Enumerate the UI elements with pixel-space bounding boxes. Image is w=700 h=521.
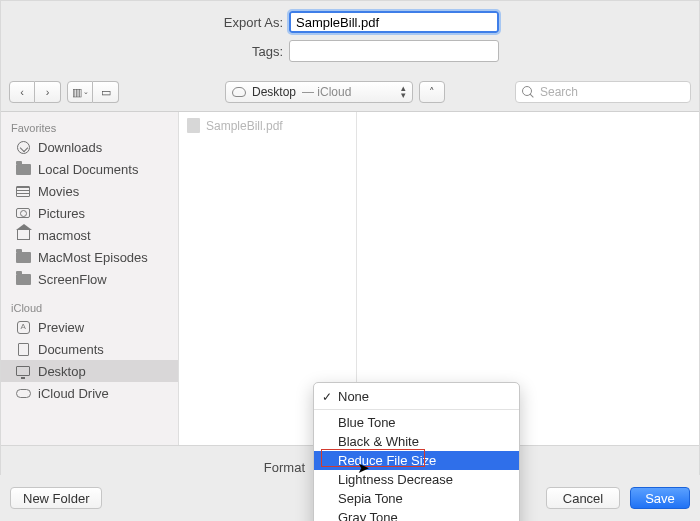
folder-icon [16, 252, 31, 263]
menu-separator [314, 409, 519, 410]
downloads-icon [17, 141, 30, 154]
export-as-input[interactable] [289, 11, 499, 33]
movies-icon [16, 186, 30, 197]
chevron-updown-icon: ▴▾ [401, 85, 406, 99]
pdf-file-icon [187, 118, 200, 133]
sidebar-item-local-documents[interactable]: Local Documents [1, 158, 178, 180]
sidebar-item-desktop[interactable]: Desktop [1, 360, 178, 382]
menu-item-sepia-tone[interactable]: Sepia Tone [314, 489, 519, 508]
menu-item-none[interactable]: None [314, 387, 519, 406]
forward-button[interactable]: › [35, 81, 61, 103]
menu-item-reduce-file-size[interactable]: Reduce File Size [314, 451, 519, 470]
icloud-header: iCloud [1, 298, 178, 316]
cloud-drive-icon [16, 389, 31, 398]
sidebar-item-icloud-drive[interactable]: iCloud Drive [1, 382, 178, 404]
folder-icon [16, 274, 31, 285]
search-icon [522, 86, 534, 98]
desktop-icon [16, 366, 30, 376]
sidebar-item-documents[interactable]: Documents [1, 338, 178, 360]
pictures-icon [16, 208, 30, 218]
sidebar-item-screenflow[interactable]: ScreenFlow [1, 268, 178, 290]
back-button[interactable]: ‹ [9, 81, 35, 103]
sidebar-item-movies[interactable]: Movies [1, 180, 178, 202]
favorites-header: Favorites [1, 118, 178, 136]
format-label: Format [13, 460, 311, 475]
search-field[interactable]: Search [515, 81, 691, 103]
sidebar: Favorites Downloads Local Documents Movi… [1, 112, 179, 445]
quartz-filter-menu[interactable]: None Blue Tone Black & White Reduce File… [313, 382, 520, 521]
sidebar-item-macmost[interactable]: macmost [1, 224, 178, 246]
cancel-button[interactable]: Cancel [546, 487, 620, 509]
tags-label: Tags: [13, 44, 289, 59]
menu-item-black-white[interactable]: Black & White [314, 432, 519, 451]
file-name: SampleBill.pdf [206, 119, 283, 133]
view-switcher: ▥ ⌄ ▭ [67, 81, 119, 103]
home-icon [17, 230, 30, 240]
collapse-button[interactable]: ˄ [419, 81, 445, 103]
nav-back-forward: ‹ › [9, 81, 61, 103]
location-popup[interactable]: Desktop — iCloud ▴▾ [225, 81, 413, 103]
view-columns-button[interactable]: ▥ ⌄ [67, 81, 93, 103]
group-button[interactable]: ▭ [93, 81, 119, 103]
sidebar-item-pictures[interactable]: Pictures [1, 202, 178, 224]
export-as-label: Export As: [13, 15, 289, 30]
toolbar: ‹ › ▥ ⌄ ▭ Desktop — iCloud ▴▾ ˄ Search [1, 77, 699, 112]
menu-item-lightness-decrease[interactable]: Lightness Decrease [314, 470, 519, 489]
location-name: Desktop [252, 85, 296, 99]
preview-app-icon [17, 321, 30, 334]
sidebar-item-preview[interactable]: Preview [1, 316, 178, 338]
search-placeholder: Search [540, 85, 578, 99]
form-area: Export As: Tags: [1, 1, 699, 77]
menu-item-gray-tone[interactable]: Gray Tone [314, 508, 519, 521]
save-button[interactable]: Save [630, 487, 690, 509]
location-suffix: — iCloud [302, 85, 351, 99]
cloud-icon [232, 87, 246, 97]
menu-item-blue-tone[interactable]: Blue Tone [314, 413, 519, 432]
file-item[interactable]: SampleBill.pdf [187, 118, 348, 133]
sidebar-item-downloads[interactable]: Downloads [1, 136, 178, 158]
documents-icon [18, 343, 29, 356]
sidebar-item-macmost-episodes[interactable]: MacMost Episodes [1, 246, 178, 268]
tags-input[interactable] [289, 40, 499, 62]
folder-icon [16, 164, 31, 175]
new-folder-button[interactable]: New Folder [10, 487, 102, 509]
